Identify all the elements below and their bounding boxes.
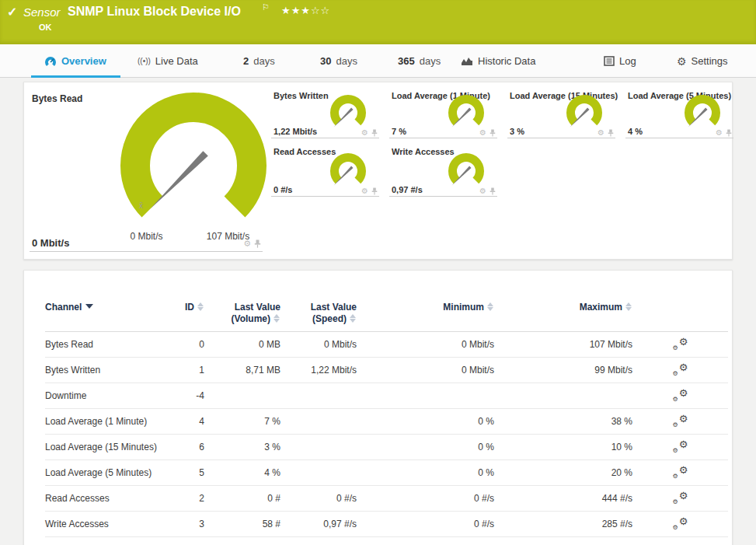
channel-settings-icon[interactable]: ⚙⚙ <box>673 517 688 529</box>
channel-settings-icon[interactable]: ⚙⚙ <box>673 491 688 504</box>
area-chart-icon <box>461 56 473 67</box>
last-value-volume: 0 MB <box>204 339 280 350</box>
column-header-channel[interactable]: Channel <box>45 302 177 313</box>
channel-settings-icon[interactable]: ⚙⚙ <box>673 414 688 427</box>
active-tab-underline <box>31 75 120 78</box>
sort-icon <box>350 314 357 323</box>
channel-gear-icon[interactable]: ⚙ <box>716 129 723 137</box>
last-value-volume: 4 % <box>204 467 280 478</box>
gauge-current-value: 0,97 #/s <box>392 185 423 194</box>
tab-historic-data[interactable]: Historic Data <box>461 44 535 78</box>
tab-30-days-unit: days <box>336 55 357 67</box>
gauge-current-value: 0 Mbit/s <box>32 237 69 249</box>
channel-id: 2 <box>177 493 204 504</box>
minimum-value: 0 % <box>357 416 494 427</box>
column-header-last-value-speed[interactable]: Last Value (Speed) <box>280 302 357 325</box>
tab-settings[interactable]: ⚙ Settings <box>677 44 728 78</box>
last-value-speed: 1,22 Mbit/s <box>280 365 357 376</box>
column-header-maximum[interactable]: Maximum <box>494 302 632 313</box>
pin-icon[interactable] <box>371 187 378 195</box>
channel-gear-icon[interactable]: ⚙ <box>243 239 251 248</box>
channel-id: 4 <box>177 416 204 427</box>
maximum-value: 10 % <box>494 442 632 452</box>
column-header-last-value-volume[interactable]: Last Value (Volume) <box>204 302 280 325</box>
channel-id: 0 <box>177 339 204 350</box>
gauge-needle <box>151 151 208 208</box>
gauge-tile-write-accesses[interactable]: Write Accesses 0,97 #/s ⚙ <box>389 144 497 197</box>
tab-overview[interactable]: Overview <box>44 44 106 78</box>
pin-icon[interactable] <box>371 129 378 137</box>
table-row-write-accesses[interactable]: Write Accesses 3 58 # 0,97 #/s 0 #/s 285… <box>45 512 728 537</box>
pin-icon[interactable] <box>489 129 496 137</box>
table-row-load-average-15-minutes[interactable]: Load Average (15 Minutes) 6 3 % 0 % 10 %… <box>45 435 728 460</box>
pin-icon[interactable] <box>608 129 614 137</box>
pin-icon[interactable] <box>489 187 496 195</box>
channel-name: Bytes Read <box>45 339 177 350</box>
channel-name: Load Average (1 Minute) <box>45 416 177 427</box>
sort-icon <box>273 314 280 323</box>
minimum-value: 0 Mbit/s <box>357 365 494 376</box>
last-value-speed: 0 Mbit/s <box>280 339 357 350</box>
channel-name: Read Accesses <box>45 493 177 504</box>
tab-2-days-number: 2 <box>243 55 249 67</box>
tab-settings-label: Settings <box>692 55 728 67</box>
table-row-downtime[interactable]: Downtime -4 ⚙⚙ <box>45 383 728 409</box>
table-row-load-average-1-minute[interactable]: Load Average (1 Minute) 4 7 % 0 % 38 % ⚙… <box>45 409 728 435</box>
channel-gear-icon[interactable]: ⚙ <box>479 187 486 195</box>
last-value-speed: 0 #/s <box>280 493 357 504</box>
tab-log[interactable]: Log <box>604 44 636 78</box>
last-value-speed: 0,97 #/s <box>280 519 357 529</box>
pin-icon[interactable] <box>726 129 732 137</box>
channel-settings-icon[interactable]: ⚙⚙ <box>673 337 688 350</box>
channel-id: 1 <box>177 365 204 376</box>
channel-name: Downtime <box>45 390 177 401</box>
channel-gear-icon[interactable]: ⚙ <box>361 187 368 195</box>
channel-id: 5 <box>177 467 204 478</box>
log-list-icon <box>604 56 615 66</box>
gauge-tile-read-accesses[interactable]: Read Accesses 0 #/s ⚙ <box>271 144 379 197</box>
table-row-bytes-read[interactable]: Bytes Read 0 0 MB 0 Mbit/s 0 Mbit/s 107 … <box>45 332 728 358</box>
stars-filled[interactable]: ★★★ <box>281 5 311 16</box>
priority-stars[interactable]: ★★★☆☆ <box>281 5 330 16</box>
column-header-id-label: ID <box>185 302 194 313</box>
channel-settings-icon[interactable]: ⚙⚙ <box>673 466 688 478</box>
tab-historic-data-label: Historic Data <box>478 55 535 67</box>
tab-30-days[interactable]: 30 days <box>320 44 357 78</box>
pin-icon[interactable] <box>254 239 261 248</box>
minimum-value: 0 % <box>357 442 494 452</box>
gauge-tile-load-average-5-minutes[interactable]: Load Average (5 Minutes) 4 % ⚙ <box>625 88 733 138</box>
table-row-read-accesses[interactable]: Read Accesses 2 0 # 0 #/s 0 #/s 444 #/s … <box>45 486 728 512</box>
gauge-tile-bytes-read[interactable]: Bytes Read x̄ 0 Mbit/s 107 Mbit/s 0 Mbit… <box>30 88 263 252</box>
sensor-status-badge: OK <box>39 23 52 32</box>
priority-flag-icon[interactable]: ⚐ <box>262 2 270 12</box>
sort-icon <box>487 302 494 311</box>
gauge-tile-load-average-15-minutes[interactable]: Load Average (15 Minutes) 3 % ⚙ <box>507 88 615 138</box>
minimum-value: 0 #/s <box>357 493 494 504</box>
tab-2-days-unit: days <box>253 55 274 67</box>
channel-settings-icon[interactable]: ⚙⚙ <box>673 389 688 401</box>
last-value-volume: 7 % <box>204 416 280 427</box>
column-header-minimum[interactable]: Minimum <box>357 302 494 313</box>
object-type-label: Sensor <box>23 5 61 19</box>
channel-settings-icon[interactable]: ⚙⚙ <box>673 363 688 376</box>
channel-name: Write Accesses <box>45 519 177 529</box>
channel-gear-icon[interactable]: ⚙ <box>479 129 486 137</box>
settings-gear-icon: ⚙ <box>677 56 687 67</box>
channel-gear-icon[interactable]: ⚙ <box>597 129 604 137</box>
table-row-load-average-5-minutes[interactable]: Load Average (5 Minutes) 5 4 % 0 % 20 % … <box>45 460 728 486</box>
column-header-id[interactable]: ID <box>177 302 204 313</box>
tab-live-data[interactable]: ((•)) Live Data <box>138 44 198 78</box>
table-row-bytes-written[interactable]: Bytes Written 1 8,71 MB 1,22 Mbit/s 0 Mb… <box>45 358 728 383</box>
broadcast-icon: ((•)) <box>138 57 151 65</box>
tab-2-days[interactable]: 2 days <box>243 44 275 78</box>
tile-actions: ⚙ <box>479 129 496 137</box>
sort-descending-icon <box>85 304 93 309</box>
gauge-tile-load-average-1-minute[interactable]: Load Average (1 Minute) 7 % ⚙ <box>389 88 497 138</box>
channel-settings-icon[interactable]: ⚙⚙ <box>673 440 688 452</box>
tab-365-days[interactable]: 365 days <box>398 44 441 78</box>
maximum-value: 107 Mbit/s <box>494 339 632 350</box>
sort-icon <box>197 302 204 311</box>
channel-gear-icon[interactable]: ⚙ <box>361 129 368 137</box>
stars-empty[interactable]: ☆☆ <box>311 5 330 16</box>
gauge-tile-bytes-written[interactable]: Bytes Written 1,22 Mbit/s ⚙ <box>271 88 379 138</box>
